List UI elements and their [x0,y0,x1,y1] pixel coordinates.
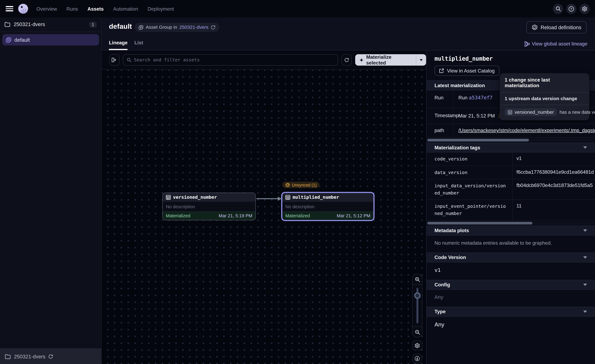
type-value: Any [426,316,595,332]
settings-button[interactable] [579,4,590,14]
help-icon: ? [568,6,574,12]
asset-group-icon [6,37,11,43]
sidebar-item-label: default [14,37,30,43]
nav-deployment[interactable]: Deployment [148,6,174,12]
timestamp-text: Mar 21, 5:12 PM [458,113,495,119]
sidebar-group-label: 250321-dvers [14,21,45,27]
lineage-edge-arrow [256,195,282,203]
section-metadata-plots[interactable]: Metadata plots [426,225,595,235]
tab-list[interactable]: List [135,40,143,50]
materialize-selected-button[interactable]: ✦ Materialize selected [355,54,416,66]
folder-icon [5,22,10,27]
section-materialization-tags[interactable]: Materialization tags [426,143,595,153]
hamburger-menu-icon[interactable] [6,6,13,11]
horizontal-scrollbar [427,222,594,224]
section-label: Latest materialization [434,83,485,88]
zoom-slider[interactable] [412,284,422,327]
collapse-caret-icon [583,310,587,313]
sync-icon[interactable] [211,25,216,30]
asset-node-versioned-number[interactable]: versioned_number No description Material… [163,193,256,220]
horizontal-scrollbar [427,139,594,141]
tag-value: 11 [513,200,595,220]
download-icon [414,356,420,361]
asset-node-timestamp: Mar 21, 5:12 PM [337,213,370,218]
sidebar-footer-label: 250321-dvers [14,354,45,359]
sidebar-group-row[interactable]: 250321-dvers 1 [0,17,101,32]
unsynced-icon [285,183,290,187]
view-in-asset-catalog-label: View in Asset Catalog [447,68,495,73]
graph-settings-button[interactable] [412,341,422,350]
sidebar-footer[interactable]: 250321-dvers [0,349,101,364]
path-value: /Users/smackesey/stm/code/elementl/exper… [453,124,595,137]
section-config[interactable]: Config [426,280,595,289]
search-button[interactable] [553,4,563,14]
nav-overview[interactable]: Overview [36,6,57,12]
materialize-selected-label: Materialize selected [366,54,412,66]
reload-definitions-label: Reload definitions [541,25,581,30]
search-input[interactable] [134,57,334,63]
section-label: Config [434,282,450,287]
help-button[interactable]: ? [566,4,577,14]
svg-text:?: ? [570,7,572,10]
asset-node-header: multiplied_number [282,193,374,201]
unsynced-badge-label: Unsynced (1) [292,183,317,187]
nav-assets[interactable]: Assets [88,6,104,12]
section-label: Metadata plots [434,228,469,233]
asset-node-multiplied-number[interactable]: multiplied_number No description Materia… [281,192,375,221]
reload-location-icon[interactable] [48,354,53,359]
view-in-asset-catalog-button[interactable]: View in Asset Catalog [434,66,499,76]
panel-asset-title: multiplied_number [434,55,595,62]
topnav-actions: ? [553,4,590,14]
latest-path-row: path /Users/smackesey/stm/code/elementl/… [426,124,595,138]
path-link[interactable]: /Users/smackesey/stm/code/elementl/exper… [458,127,595,133]
timestamp-label: Timestamp [426,108,453,124]
view-global-asset-lineage-link[interactable]: View global asset lineage [524,41,587,47]
section-label: Type [434,309,446,314]
tag-key: data_version [426,166,513,179]
nav-runs[interactable]: Runs [66,6,78,12]
lineage-icon [524,41,530,46]
asset-group-badge[interactable]: Asset Group in 250321-dvers [135,23,220,32]
download-image-button[interactable] [412,353,422,363]
refresh-graph-button[interactable] [342,54,352,66]
run-label: Run [426,90,453,108]
table-icon [285,195,290,200]
scrollbar-thumb[interactable] [427,139,529,141]
config-value: Any [426,289,595,307]
asset-node-description: No description [285,204,314,209]
popup-change-row: versioned_number has a new data version [500,105,589,120]
run-id-link[interactable]: a5347ef7 [469,95,493,100]
popup-title: 1 change since last materialization [500,73,589,92]
section-type[interactable]: Type [426,307,595,316]
collapse-caret-icon [583,284,587,286]
section-code-version[interactable]: Code Version [426,252,595,262]
tag-row: data_version f6ccba1776380941e9cd1ea6648… [426,166,595,179]
zoom-out-button[interactable] [412,327,422,337]
changes-popup[interactable]: 1 change since last materialization 1 up… [500,73,589,120]
nav-automation[interactable]: Automation [113,6,138,12]
section-label: Materialization tags [434,145,480,150]
asset-group-badge-link[interactable]: 250321-dvers [179,25,208,30]
tag-value: f6ccba1776380941e9cd1ea66481d [513,166,595,179]
expand-sidebar-panel-button[interactable] [109,54,120,66]
graph-zoom-controls [412,274,422,363]
collapse-caret-icon [583,146,587,149]
asset-node-description: No description [166,204,195,209]
code-version-value: v1 [426,262,595,280]
table-icon [166,195,171,200]
scrollbar-thumb[interactable] [427,222,532,224]
asset-chip[interactable]: versioned_number [505,108,557,116]
materialize-options-button[interactable] [416,59,426,61]
dagster-logo-icon[interactable] [18,4,28,14]
zoom-slider-handle[interactable] [414,292,420,299]
reload-definitions-button[interactable]: Reload definitions [526,21,587,34]
zoom-in-button[interactable] [412,274,422,285]
sidebar-item-default[interactable]: default [2,34,99,45]
tab-lineage[interactable]: Lineage [109,40,128,50]
folder-icon [5,354,11,359]
popup-change-text: has a new data version [560,110,595,115]
tag-row: input_data_version/versioned_number fb04… [426,180,595,200]
unsynced-badge[interactable]: Unsynced (1) [282,182,320,188]
lineage-graph-canvas[interactable]: versioned_number No description Material… [102,70,426,364]
reload-definitions-icon [531,24,538,30]
